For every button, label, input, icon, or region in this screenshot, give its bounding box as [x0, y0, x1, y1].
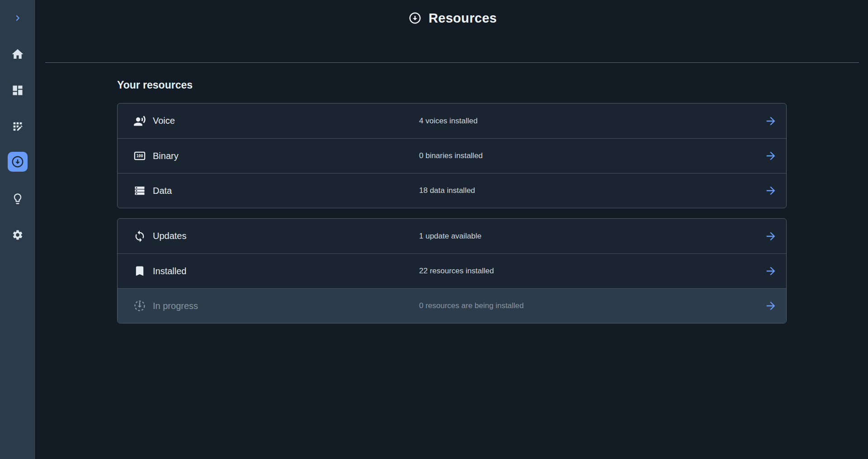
sidebar-item-home[interactable] — [7, 43, 28, 65]
svg-text:100: 100 — [137, 154, 143, 158]
page-header: Resources — [37, 0, 868, 36]
data-list-icon — [133, 184, 146, 197]
resource-row-binary[interactable]: 100 Binary 0 binaries installed — [118, 138, 786, 173]
resource-card-types: Voice 4 voices installed 100 Binary — [117, 103, 787, 208]
dashboard-icon — [11, 84, 24, 97]
bookmark-icon — [133, 264, 146, 278]
sidebar-item-dashboard[interactable] — [7, 80, 28, 101]
resource-label: Installed — [153, 266, 187, 276]
arrow-forward-icon — [764, 184, 777, 197]
home-icon — [11, 47, 24, 61]
resource-row-installed[interactable]: Installed 22 resources installed — [118, 253, 786, 288]
resource-status: 22 resources installed — [419, 267, 764, 276]
chevron-right-icon — [12, 12, 24, 24]
download-circle-icon — [408, 11, 422, 25]
sidebar-item-resources[interactable] — [8, 152, 28, 172]
page-title: Resources — [429, 11, 497, 26]
resource-card-states: Updates 1 update available Installed 22 … — [117, 218, 787, 323]
record-voice-icon — [133, 114, 146, 128]
arrow-forward-icon — [764, 115, 777, 127]
download-circle-icon — [11, 155, 24, 169]
resource-row-voice[interactable]: Voice 4 voices installed — [118, 103, 786, 138]
header-divider — [45, 62, 859, 63]
arrow-forward-icon — [764, 265, 777, 277]
sidebar-collapse-button[interactable] — [7, 7, 28, 29]
resource-row-in-progress: In progress 0 resources are being instal… — [118, 288, 786, 323]
resource-label: Updates — [153, 231, 187, 241]
lightbulb-icon — [11, 192, 24, 205]
resource-cards: Voice 4 voices installed 100 Binary — [117, 103, 787, 323]
section-title: Your resources — [117, 79, 868, 91]
main-content: Resources Your resources Voice — [37, 0, 868, 323]
resource-label: Data — [153, 186, 172, 196]
downloading-icon — [133, 299, 146, 313]
app-registration-icon — [11, 120, 24, 133]
sidebar — [0, 0, 36, 459]
sync-icon — [133, 230, 146, 243]
resource-status: 1 update available — [419, 232, 764, 241]
resource-status: 4 voices installed — [419, 117, 764, 126]
sidebar-item-ideas[interactable] — [7, 188, 28, 210]
sidebar-item-skills[interactable] — [7, 116, 28, 137]
resource-label: Binary — [153, 151, 179, 161]
resource-label: Voice — [153, 116, 175, 126]
resource-row-data[interactable]: Data 18 data installed — [118, 173, 786, 208]
resource-status: 0 binaries installed — [419, 151, 764, 160]
resource-status: 0 resources are being installed — [419, 301, 764, 310]
resource-row-updates[interactable]: Updates 1 update available — [118, 219, 786, 253]
arrow-forward-icon — [764, 230, 777, 243]
arrow-forward-icon — [764, 150, 777, 162]
resource-status: 18 data installed — [419, 186, 764, 195]
sidebar-item-settings[interactable] — [7, 224, 28, 246]
resource-label: In progress — [153, 301, 198, 311]
arrow-forward-icon — [764, 300, 777, 312]
binary-icon: 100 — [133, 149, 146, 163]
settings-gear-icon — [12, 229, 24, 241]
